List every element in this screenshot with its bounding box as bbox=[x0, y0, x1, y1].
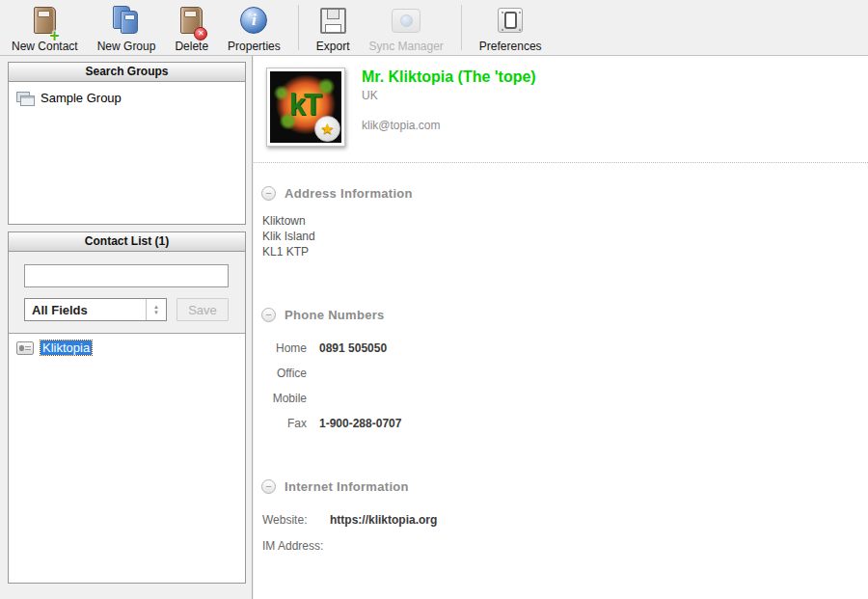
preferences-icon bbox=[498, 4, 523, 37]
section-title: Internet Information bbox=[285, 479, 409, 494]
delete-label: Delete bbox=[175, 40, 208, 53]
search-field-select[interactable]: All Fields ▲▼ bbox=[24, 298, 167, 321]
internet-row: Website: https://kliktopia.org bbox=[254, 506, 868, 532]
contact-country: UK bbox=[362, 89, 536, 102]
phone-rows: Home 0891 505050 Office Mobile Fax 1-900… bbox=[254, 336, 868, 436]
properties-label: Properties bbox=[228, 40, 281, 53]
phone-row: Office bbox=[254, 361, 868, 386]
delete-button[interactable]: ✕ Delete bbox=[165, 0, 218, 55]
save-search-button[interactable]: Save bbox=[176, 298, 229, 321]
new-contact-button[interactable]: + New Contact bbox=[2, 0, 88, 55]
phone-section-header: − Phone Numbers bbox=[261, 308, 868, 322]
group-list-item[interactable]: Sample Group bbox=[9, 82, 245, 105]
internet-row: IM Address: bbox=[254, 532, 868, 558]
address-section-header: − Address Information bbox=[261, 186, 868, 201]
properties-button[interactable]: i Properties bbox=[218, 0, 290, 55]
preferences-button[interactable]: Preferences bbox=[470, 0, 552, 55]
new-group-button[interactable]: New Group bbox=[88, 0, 166, 55]
internet-label: Website: bbox=[262, 513, 330, 527]
contact-list: Kliktopia bbox=[9, 334, 245, 355]
delete-icon: ✕ bbox=[180, 4, 203, 37]
phone-row: Home 0891 505050 bbox=[254, 336, 868, 361]
address-line: Klik Island bbox=[262, 229, 868, 244]
contact-detail-pane: kT ★ Mr. Kliktopia (The 'tope) UK klik@t… bbox=[254, 56, 868, 599]
export-icon bbox=[320, 4, 346, 37]
header-divider bbox=[254, 162, 868, 163]
properties-icon: i bbox=[240, 4, 267, 37]
contact-list-header: Contact List (1) bbox=[9, 232, 245, 252]
phone-label: Office bbox=[254, 367, 307, 380]
sync-manager-label: Sync Manager bbox=[368, 40, 443, 53]
contact-card-icon bbox=[16, 341, 34, 355]
contact-list-panel: Contact List (1) All Fields ▲▼ Save Klik… bbox=[8, 231, 246, 584]
contact-list-item[interactable]: Kliktopia bbox=[9, 334, 245, 355]
phone-value: 0891 505050 bbox=[319, 341, 387, 355]
contact-email: klik@topia.com bbox=[362, 119, 536, 132]
contact-item-label: Kliktopia bbox=[41, 340, 92, 355]
address-book-app: + New Contact New Group ✕ Delete i Prope… bbox=[0, 0, 868, 599]
contact-header: kT ★ Mr. Kliktopia (The 'tope) UK klik@t… bbox=[254, 56, 868, 162]
collapse-icon[interactable]: − bbox=[261, 186, 276, 201]
internet-rows: Website: https://kliktopia.org IM Addres… bbox=[254, 506, 868, 558]
phone-label: Mobile bbox=[254, 392, 307, 405]
export-button[interactable]: Export bbox=[307, 0, 360, 55]
contact-search-input[interactable] bbox=[24, 264, 229, 287]
sync-manager-button: Sync Manager bbox=[359, 0, 452, 55]
address-lines: Kliktown Klik Island KL1 KTP bbox=[262, 213, 868, 259]
phone-label: Fax bbox=[254, 417, 307, 430]
address-line: Kliktown bbox=[262, 213, 868, 229]
group-icon bbox=[16, 92, 34, 105]
phone-label: Home bbox=[254, 341, 307, 355]
search-groups-panel: Search Groups Sample Group bbox=[8, 62, 246, 225]
groups-list: Sample Group bbox=[9, 82, 245, 105]
phone-row: Mobile bbox=[254, 386, 868, 411]
contact-name: Mr. Kliktopia (The 'tope) bbox=[362, 68, 536, 86]
toolbar: + New Contact New Group ✕ Delete i Prope… bbox=[0, 0, 868, 56]
search-groups-header: Search Groups bbox=[9, 63, 245, 82]
phone-value: 1-900-288-0707 bbox=[319, 417, 401, 430]
spinner-arrows-icon[interactable]: ▲▼ bbox=[146, 299, 166, 320]
phone-row: Fax 1-900-288-0707 bbox=[254, 411, 868, 436]
preferences-label: Preferences bbox=[479, 40, 542, 53]
internet-value: https://kliktopia.org bbox=[330, 513, 437, 527]
toolbar-separator bbox=[461, 5, 462, 50]
address-line: KL1 KTP bbox=[262, 244, 868, 259]
internet-section-header: − Internet Information bbox=[261, 479, 868, 494]
photo-monogram: kT bbox=[289, 88, 320, 123]
new-group-label: New Group bbox=[97, 40, 156, 53]
new-contact-label: New Contact bbox=[12, 40, 78, 53]
collapse-icon[interactable]: − bbox=[261, 308, 276, 322]
sidebar: Search Groups Sample Group Contact List … bbox=[0, 56, 253, 599]
toolbar-separator bbox=[298, 5, 299, 50]
section-title: Address Information bbox=[285, 186, 413, 201]
new-group-icon bbox=[112, 4, 141, 37]
collapse-icon[interactable]: − bbox=[261, 479, 276, 494]
internet-label: IM Address: bbox=[262, 539, 330, 553]
section-title: Phone Numbers bbox=[285, 308, 385, 322]
export-label: Export bbox=[316, 40, 350, 53]
sync-manager-icon bbox=[392, 4, 420, 37]
contact-photo: kT ★ bbox=[266, 68, 345, 147]
group-item-label: Sample Group bbox=[41, 91, 122, 105]
contact-search-controls: All Fields ▲▼ Save bbox=[9, 252, 245, 334]
new-contact-icon: + bbox=[34, 4, 56, 37]
star-badge-icon: ★ bbox=[314, 116, 340, 142]
search-field-selected: All Fields bbox=[32, 303, 88, 317]
